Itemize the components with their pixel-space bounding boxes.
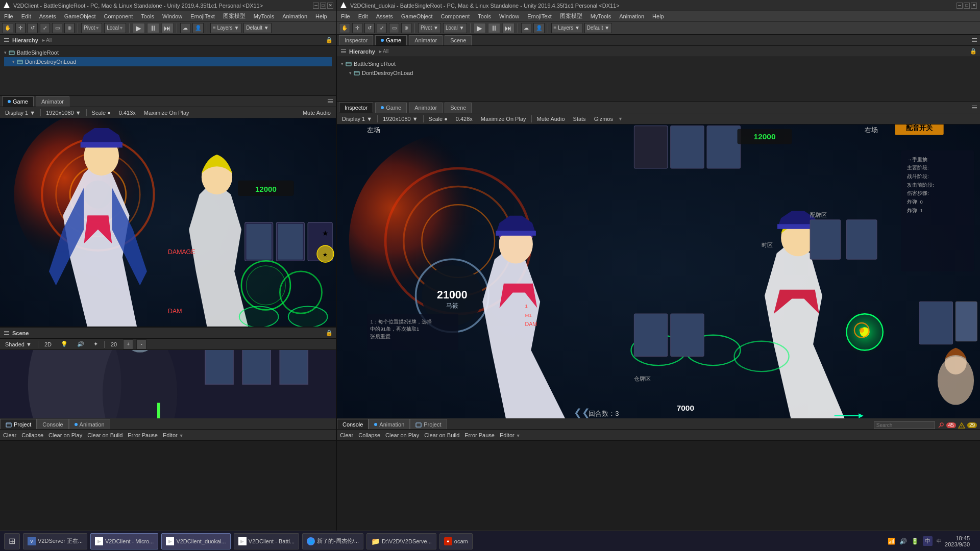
taskbar-browser[interactable]: 🌐 新了的-周杰伦/... [302, 533, 363, 549]
tab-scene-detail[interactable]: Scene [445, 103, 472, 113]
secondary-tabs-menu[interactable] [971, 105, 978, 110]
error-pause-btn-left[interactable]: Error Pause [127, 432, 159, 438]
maximize-btn-left[interactable]: □ [320, 3, 326, 9]
tab-game-left[interactable]: Game [2, 96, 34, 107]
hierarchy-lock-right[interactable]: 🔒 [970, 48, 977, 55]
hand-tool-r[interactable]: ✋ [339, 23, 350, 33]
taskbar-v2dclient-micro[interactable]: ▶ V2DClient - Micro... [90, 533, 158, 549]
menu-component-right[interactable]: Component [438, 13, 472, 19]
display-label-right[interactable]: Display 1 ▼ [339, 116, 375, 122]
lights-btn[interactable]: 💡 [58, 341, 71, 347]
tab-scene-right[interactable]: Scene [445, 35, 472, 45]
hierarchy-item-dontdestroy-right[interactable]: ▾ DontDestroyOnLoad [341, 68, 976, 78]
error-pause-btn-right[interactable]: Error Pause [463, 432, 496, 438]
bottom-left-content[interactable] [0, 441, 336, 531]
console-search[interactable] [874, 421, 935, 429]
hand-tool[interactable]: ✋ [2, 23, 13, 33]
menu-edit-right[interactable]: Edit [356, 13, 370, 19]
editor-btn-left[interactable]: Editor ▼ [162, 432, 185, 438]
close-btn-right[interactable]: ✕ [971, 3, 977, 9]
move-tool[interactable]: ✛ [15, 23, 26, 33]
menu-mytools-right[interactable]: MyTools [589, 13, 613, 19]
tab-console-left[interactable]: Console [37, 419, 68, 429]
play-btn-left[interactable]: ▶ [133, 23, 145, 33]
pivot-btn-r[interactable]: Pivot ▼ [418, 23, 441, 33]
clear-btn-left[interactable]: Clear [2, 432, 17, 438]
menu-animation-right[interactable]: Animation [617, 13, 646, 19]
scale-tool[interactable]: ⤢ [40, 23, 50, 33]
menu-pattern-left[interactable]: 图案模型 [221, 12, 248, 20]
menu-help-left[interactable]: Help [313, 13, 329, 19]
local-btn-r[interactable]: Local ▼ [443, 23, 467, 33]
menu-assets-left[interactable]: Assets [37, 13, 58, 19]
left-scene-lock[interactable]: 🔒 [326, 330, 333, 336]
tab-project-right[interactable]: Project [410, 419, 447, 429]
clear-on-play-btn-left[interactable]: Clear on Play [47, 432, 83, 438]
hierarchy-item-battle-single-root-left[interactable]: ▾ BattleSingleRoot [4, 48, 332, 57]
shaded-btn[interactable]: Shaded ▼ [2, 341, 35, 347]
resolution-label-right[interactable]: 980x551 ▼ [380, 116, 421, 122]
menu-component-left[interactable]: Component [102, 13, 135, 19]
hierarchy-menu-left[interactable] [3, 37, 10, 43]
tab-animator-left[interactable]: Animator [36, 96, 69, 107]
taskbar-explorer[interactable]: 📁 D:\V2D\V2DServe... [366, 533, 436, 549]
clear-btn-right[interactable]: Clear [339, 432, 354, 438]
tab-animation-right[interactable]: Animation [369, 419, 410, 429]
mute-btn-right[interactable]: Mute Audio [534, 116, 568, 122]
menu-animation-left[interactable]: Animation [280, 13, 309, 19]
rotate-tool[interactable]: ↺ [28, 23, 38, 33]
menu-emoji-left[interactable]: EmojiText [188, 13, 217, 19]
layers-btn-right[interactable]: ≡ Layers ▼ [551, 23, 582, 33]
hierarchy-lock-left[interactable]: 🔒 [326, 37, 333, 43]
tab-inspector-right[interactable]: Inspector [339, 35, 373, 45]
clear-on-play-btn-right[interactable]: Clear on Play [384, 432, 420, 438]
taskbar-v2dclient-duokai[interactable]: ▶ V2DClient_duokai... [161, 533, 230, 549]
step-btn-right[interactable]: ⏭ [502, 23, 514, 33]
tab-animation-left[interactable]: Animation [69, 419, 110, 429]
bottom-right-content[interactable] [337, 441, 980, 531]
tab-animator-detail[interactable]: Animator [409, 103, 443, 113]
account-btn-right[interactable]: 👤 [533, 23, 545, 33]
collapse-btn-right[interactable]: Collapse [357, 432, 381, 438]
gizmo-btn[interactable]: 2D [41, 341, 55, 347]
menu-tools-left[interactable]: Tools [139, 13, 156, 19]
menu-gameobject-right[interactable]: GameObject [399, 13, 435, 19]
tab-animator-right[interactable]: Animator [409, 35, 443, 45]
local-btn[interactable]: Local ▼ [104, 23, 126, 33]
menu-emoji-right[interactable]: EmojiText [525, 13, 554, 19]
taskbar-v2dserver[interactable]: V V2DServer 正在... [23, 533, 87, 549]
editor-btn-right[interactable]: Editor ▼ [499, 432, 522, 438]
rotate-tool-r[interactable]: ↺ [364, 23, 375, 33]
display-label-left[interactable]: Display 1 ▼ [2, 110, 38, 116]
start-button[interactable]: ⊞ [4, 533, 20, 549]
lang-indicator[interactable]: 中 [923, 536, 933, 546]
layers-btn-left[interactable]: ≡ Layers ▼ [210, 23, 241, 33]
menu-help-right[interactable]: Help [650, 13, 666, 19]
close-btn-left[interactable]: ✕ [327, 3, 333, 9]
tab-game-right[interactable]: Game [375, 35, 407, 45]
menu-window-right[interactable]: Window [497, 13, 521, 19]
tab-project-left[interactable]: Project [0, 419, 37, 429]
clear-on-build-btn-right[interactable]: Clear on Build [423, 432, 460, 438]
move-tool-r[interactable]: ✛ [352, 23, 362, 33]
pause-btn-right[interactable]: ⏸ [488, 23, 500, 33]
taskbar-ocam[interactable]: ● ocam [439, 533, 473, 549]
menu-tools-right[interactable]: Tools [476, 13, 493, 19]
maximize-btn-right[interactable]: □ [964, 3, 970, 9]
transform-tool-r[interactable]: ⊕ [401, 23, 411, 33]
taskbar-v2dclient-battle[interactable]: ▶ V2DClient - Battl... [234, 533, 299, 549]
play-btn-right[interactable]: ▶ [474, 23, 486, 33]
resolution-label-left[interactable]: 980x551 ▼ [43, 110, 84, 116]
right-panel-menu[interactable] [971, 37, 978, 43]
hierarchy-item-battle-single-root-right[interactable]: ▾ BattleSingleRoot [341, 59, 976, 68]
gizmos-btn-right[interactable]: Gizmos [591, 116, 616, 122]
audio-btn[interactable]: 🔊 [74, 341, 87, 347]
menu-pattern-right[interactable]: 图案模型 [558, 12, 584, 20]
account-btn-left[interactable]: 👤 [192, 23, 204, 33]
scale-tool-r[interactable]: ⤢ [377, 23, 387, 33]
step-btn-left[interactable]: ⏭ [161, 23, 174, 33]
pivot-btn[interactable]: Pivot ▼ [81, 23, 102, 33]
maximize-btn-game-right[interactable]: Maximize On Play [478, 116, 529, 122]
minimize-btn-left[interactable]: ─ [313, 3, 319, 9]
mute-btn-left[interactable]: Mute Audio [300, 110, 334, 116]
